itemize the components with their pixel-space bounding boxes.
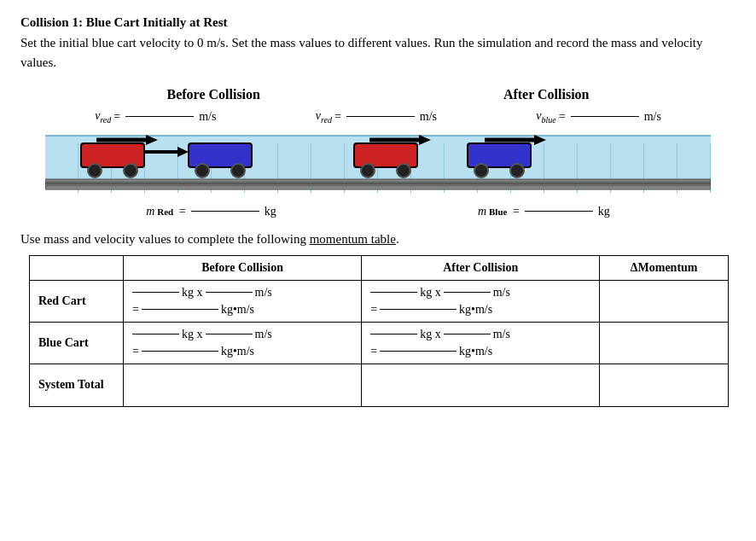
svg-point-19 <box>510 164 524 177</box>
red-before-eq: = <box>132 303 139 317</box>
red-before-line1: kg x m/s <box>132 286 352 300</box>
blue-after-ms: m/s <box>493 328 510 341</box>
red-after-mass-blank <box>370 292 417 293</box>
red-before-kgms: kg•m/s <box>221 303 254 317</box>
red-after-content: kg x m/s = kg•m/s <box>370 286 590 317</box>
blue-before-vel-blank <box>206 334 253 334</box>
red-cart-after-cell: kg x m/s = kg•m/s <box>362 280 600 322</box>
table-header-row: Before Collision After Collision ΔMoment… <box>30 255 729 280</box>
blue-after-vel-blank <box>444 334 491 334</box>
m-blue-equals: = <box>509 205 519 218</box>
blue-after-content: kg x m/s = kg•m/s <box>370 328 590 358</box>
v-blue-after-blank <box>571 116 639 117</box>
svg-marker-16 <box>534 135 546 145</box>
col-header-label <box>30 255 124 280</box>
svg-rect-2 <box>81 143 144 167</box>
carts-svg <box>45 128 711 195</box>
system-total-before-cell <box>124 364 362 406</box>
svg-point-3 <box>88 164 102 177</box>
svg-point-13 <box>361 164 375 177</box>
red-after-vel-blank <box>444 292 491 293</box>
red-after-eq: = <box>370 303 377 317</box>
v-red-before-label: vred <box>95 109 111 125</box>
col-header-after: After Collision <box>362 255 600 280</box>
svg-point-14 <box>397 164 410 177</box>
red-before-momentum-blank <box>142 309 218 310</box>
blue-before-momentum-blank <box>142 351 218 352</box>
blue-before-kgx: kg x <box>182 328 203 341</box>
v-red-after-blank <box>346 116 415 117</box>
m-red-label: m <box>146 205 154 218</box>
blue-after-kgx: kg x <box>420 328 441 341</box>
svg-rect-12 <box>354 143 417 167</box>
blue-after-eq: = <box>370 345 377 358</box>
v-red-before-item: vred = m/s <box>95 109 216 125</box>
col-header-before: Before Collision <box>124 255 362 280</box>
v-red-before-blank <box>125 116 194 117</box>
momentum-instruction: Use mass and velocity values to complete… <box>20 232 736 247</box>
red-before-vel-blank <box>206 292 253 293</box>
svg-rect-20 <box>45 179 711 189</box>
after-collision-header: After Collision <box>503 87 590 102</box>
blue-before-line1: kg x m/s <box>132 328 352 341</box>
blue-before-kgms: kg•m/s <box>221 345 254 358</box>
svg-marker-11 <box>419 135 431 145</box>
red-before-line2: = kg•m/s <box>132 303 352 317</box>
momentum-table: Before Collision After Collision ΔMoment… <box>29 255 729 407</box>
equals-sign-2: = <box>334 110 341 124</box>
red-cart-label-cell: Red Cart <box>30 280 124 322</box>
blue-after-line2: = kg•m/s <box>370 345 590 358</box>
table-row-red: Red Cart kg x m/s = kg•m/s <box>30 280 729 322</box>
red-after-ms: m/s <box>493 286 510 300</box>
page-description: Set the initial blue cart velocity to 0 … <box>20 33 736 72</box>
m-blue-unit: kg <box>598 205 610 218</box>
before-collision-header: Before Collision <box>166 87 259 102</box>
blue-before-line2: = kg•m/s <box>132 345 352 358</box>
m-red-equals: = <box>176 205 185 218</box>
blue-after-momentum-blank <box>380 351 457 352</box>
system-total-after-cell <box>362 364 600 406</box>
v-blue-after-sub: blue <box>542 115 556 125</box>
velocity-row: vred = m/s vred = m/s vblue = m/s <box>45 109 711 125</box>
red-after-kgx: kg x <box>420 286 441 300</box>
red-after-kgms: kg•m/s <box>459 303 492 317</box>
momentum-table-link: momentum table <box>310 232 396 246</box>
blue-cart-before-cell: kg x m/s = kg•m/s <box>124 322 362 364</box>
collision-section: Before Collision After Collision vred = … <box>20 87 736 218</box>
blue-after-kgms: kg•m/s <box>459 345 492 358</box>
svg-marker-6 <box>177 147 189 157</box>
equals-sign-1: = <box>113 110 120 124</box>
page-title: Collision 1: Blue Cart Initially at Rest <box>20 15 736 30</box>
svg-point-4 <box>124 164 137 177</box>
svg-point-9 <box>231 164 245 177</box>
red-before-kgx: kg x <box>182 286 203 300</box>
m-red-item: mRed = kg <box>146 205 276 218</box>
red-cart-before-cell: kg x m/s = kg•m/s <box>124 280 362 322</box>
v-blue-after-item: vblue = m/s <box>536 109 661 125</box>
blue-before-ms: m/s <box>255 328 272 341</box>
red-after-line1: kg x m/s <box>370 286 590 300</box>
svg-rect-17 <box>468 143 531 167</box>
svg-point-8 <box>195 164 209 177</box>
track-container <box>45 128 711 196</box>
v-red-after-unit: m/s <box>420 110 437 124</box>
m-red-sub: Red <box>157 207 173 217</box>
red-cart-delta-cell <box>600 280 729 322</box>
blue-before-eq: = <box>132 345 139 358</box>
m-blue-label: m <box>478 205 486 218</box>
table-row-system: System Total <box>30 364 729 406</box>
collision-headers: Before Collision After Collision <box>45 87 711 102</box>
m-blue-item: mBlue = kg <box>478 205 610 218</box>
blue-cart-after-cell: kg x m/s = kg•m/s <box>362 322 600 364</box>
v-red-after-item: vred = m/s <box>316 109 437 125</box>
v-red-after-label: vred <box>316 109 332 125</box>
equals-sign-3: = <box>559 110 566 124</box>
blue-before-content: kg x m/s = kg•m/s <box>132 328 352 358</box>
blue-cart-label-cell: Blue Cart <box>30 322 124 364</box>
m-red-unit: kg <box>265 205 276 218</box>
col-header-delta: ΔMomentum <box>600 255 729 280</box>
v-blue-after-unit: m/s <box>644 110 661 124</box>
svg-marker-1 <box>146 135 158 145</box>
v-red-before-sub: red <box>100 115 111 125</box>
v-red-after-sub: red <box>321 115 332 125</box>
